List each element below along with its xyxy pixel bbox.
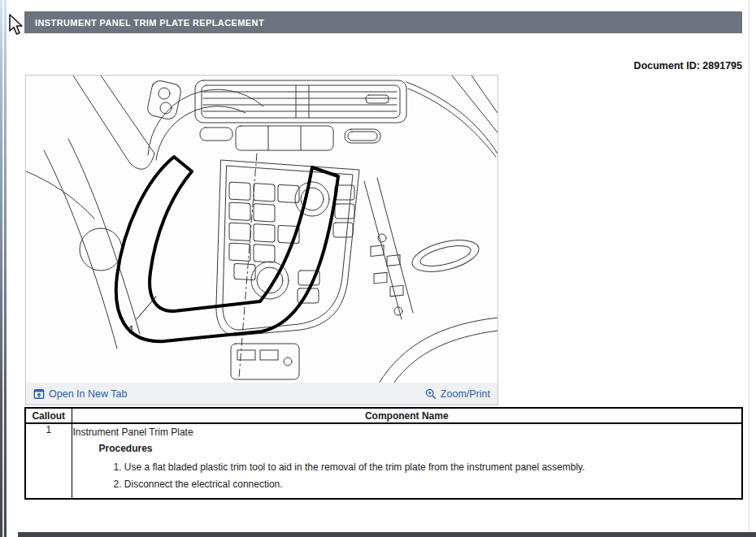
procedure-step: 2. Disconnect the electrical connection. — [114, 479, 739, 490]
component-name: Instrument Panel Trim Plate — [72, 427, 739, 438]
table-row: 1 Instrument Panel Trim Plate Procedures… — [25, 423, 742, 499]
open-in-new-tab-icon — [33, 388, 45, 400]
trim-plate-diagram[interactable]: 1 — [26, 76, 497, 383]
background-window-edge — [0, 0, 7, 537]
section-title: INSTRUMENT PANEL TRIM PLATE REPLACEMENT — [35, 18, 264, 28]
callout-value: 1 — [25, 423, 72, 499]
next-section-bar — [18, 532, 756, 537]
figure-container: 1 Open In New Tab Zoom/Print — [25, 75, 498, 405]
callout-column-header: Callout — [25, 408, 72, 423]
component-table: Callout Component Name 1 Instrument Pane… — [24, 407, 743, 500]
procedures-heading: Procedures — [99, 443, 739, 454]
diagram-callout-1: 1 — [128, 323, 134, 336]
zoom-print-label: Zoom/Print — [441, 388, 490, 400]
zoom-magnifier-icon — [425, 388, 437, 400]
figure-toolbar: Open In New Tab Zoom/Print — [26, 383, 497, 405]
open-in-new-tab-label: Open In New Tab — [49, 388, 127, 400]
table-header-row: Callout Component Name — [25, 408, 742, 423]
open-in-new-tab-link[interactable]: Open In New Tab — [33, 388, 127, 400]
window-edge-highlight — [2, 0, 4, 537]
zoom-print-link[interactable]: Zoom/Print — [425, 388, 490, 400]
section-header-bar: INSTRUMENT PANEL TRIM PLATE REPLACEMENT — [24, 11, 742, 33]
document-id: Document ID: 2891795 — [634, 60, 742, 71]
mouse-cursor-icon — [7, 13, 24, 36]
instrument-panel-line-art: 1 — [26, 76, 497, 383]
content-right-border — [749, 0, 749, 537]
component-name-column-header: Component Name — [72, 408, 742, 423]
component-cell: Instrument Panel Trim Plate Procedures 1… — [72, 423, 742, 499]
procedure-step: 1. Use a flat bladed plastic trim tool t… — [114, 461, 739, 473]
